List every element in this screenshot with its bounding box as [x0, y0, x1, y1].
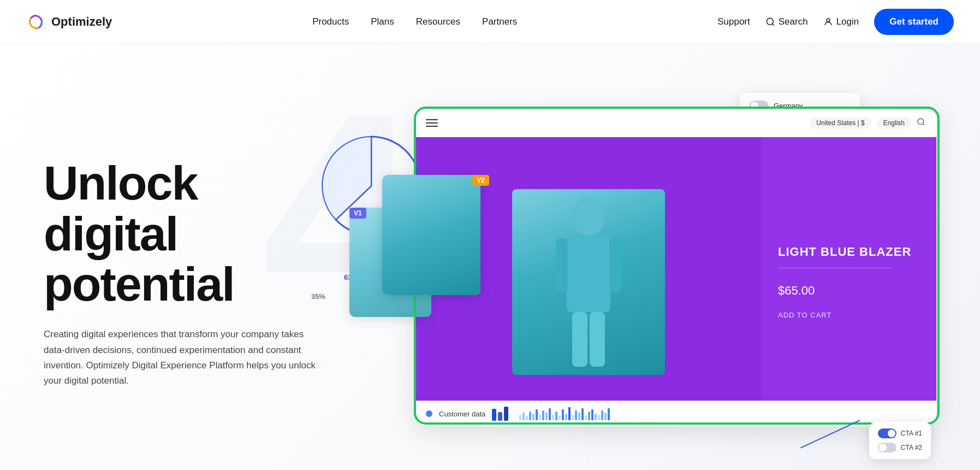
cta2-toggle[interactable] — [878, 443, 896, 453]
card-header: United States | $ English — [415, 109, 936, 137]
product-name: LIGHT BLUE BLAZER — [778, 245, 920, 259]
cta2-row: CTA #2 — [878, 443, 922, 453]
hero-left: Unlock digital potential Creating digita… — [44, 158, 349, 388]
model-silhouette — [539, 189, 638, 375]
user-icon — [823, 17, 833, 27]
svg-rect-9 — [590, 312, 605, 367]
svg-point-1 — [767, 18, 773, 25]
nav-plans[interactable]: Plans — [371, 16, 394, 27]
data-stack-icon — [492, 407, 508, 421]
germany-label: Germany — [774, 102, 803, 110]
product-divider — [778, 268, 892, 268]
svg-rect-6 — [556, 238, 568, 293]
hero-illustration: Germany 📍 United Kingdom United States 6… — [349, 77, 936, 470]
pie-label-35: 35% — [311, 292, 325, 301]
logo-text: Optimizely — [51, 15, 112, 29]
product-price: $65.00 — [778, 284, 920, 298]
nav-partners[interactable]: Partners — [482, 16, 517, 27]
product-info-panel: LIGHT BLUE BLAZER $65.00 ADD TO CART — [762, 137, 936, 426]
hero-section: 4 Unlock digital potential Creating digi… — [0, 44, 980, 470]
hamburger-menu[interactable] — [426, 119, 438, 127]
hero-description: Creating digital experiences that transf… — [44, 327, 317, 388]
search-icon — [765, 17, 775, 27]
data-dot — [426, 410, 432, 417]
navbar: Optimizely Products Plans Resources Part… — [0, 0, 980, 44]
logo-icon — [26, 12, 46, 32]
svg-rect-5 — [567, 236, 610, 312]
svg-point-3 — [918, 119, 924, 125]
add-to-cart-button[interactable]: ADD TO CART — [778, 311, 920, 319]
hero-title: Unlock digital potential — [44, 158, 349, 309]
svg-rect-8 — [572, 312, 587, 367]
svg-point-4 — [572, 197, 605, 236]
cta1-label: CTA #1 — [901, 430, 922, 437]
support-link[interactable]: Support — [717, 16, 750, 27]
variant-v2-card — [382, 175, 480, 295]
card-header-right: United States | $ English — [810, 117, 925, 129]
login-button[interactable]: Login — [823, 16, 859, 27]
search-button[interactable]: Search — [765, 16, 808, 27]
nav-resources[interactable]: Resources — [416, 16, 460, 27]
cta2-label: CTA #2 — [901, 444, 922, 451]
bottom-data-bar: Customer data — [415, 401, 936, 426]
nav-products[interactable]: Products — [312, 16, 349, 27]
variant-v1-label: V1 — [349, 208, 366, 219]
cta-toggles-panel: CTA #1 CTA #2 — [869, 422, 931, 459]
cta1-row: CTA #1 — [878, 428, 922, 438]
model-image — [512, 189, 665, 375]
card-search-icon[interactable] — [917, 118, 925, 128]
get-started-button[interactable]: Get started — [874, 9, 954, 35]
data-bars-chart — [519, 407, 610, 420]
nav-right: Support Search Login Get started — [717, 9, 954, 35]
variant-v2-label: V2 — [472, 175, 489, 186]
nav-links: Products Plans Resources Partners — [312, 16, 517, 27]
product-card: United States | $ English — [415, 109, 936, 426]
svg-point-2 — [827, 19, 830, 22]
card-language[interactable]: English — [877, 117, 911, 129]
svg-rect-7 — [609, 238, 621, 293]
card-body: LIGHT BLUE BLAZER $65.00 ADD TO CART — [415, 137, 936, 426]
cta1-toggle[interactable] — [878, 428, 896, 438]
customer-data-label: Customer data — [439, 410, 485, 418]
card-region[interactable]: United States | $ — [810, 117, 871, 129]
logo[interactable]: Optimizely — [26, 12, 112, 32]
